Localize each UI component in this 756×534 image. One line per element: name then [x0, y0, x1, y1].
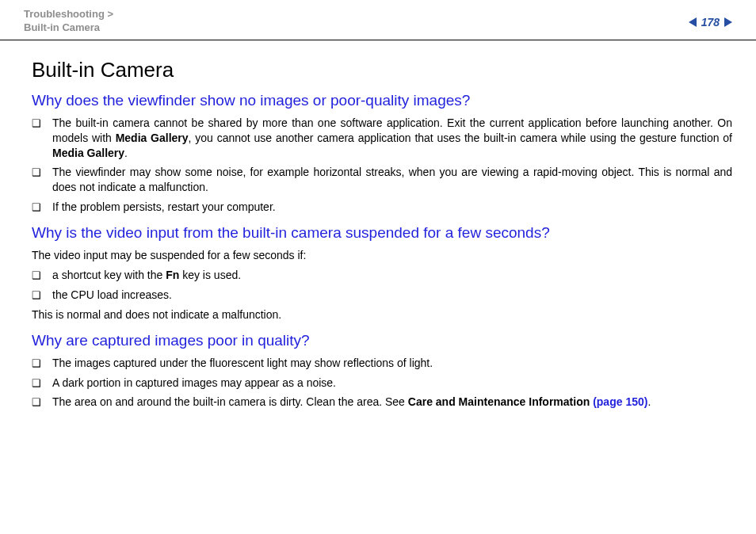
breadcrumb-section: Troubleshooting	[24, 8, 105, 20]
breadcrumb: Troubleshooting > Built-in Camera	[24, 8, 113, 35]
list-item: ❑ a shortcut key with the Fn key is used…	[32, 268, 732, 283]
bullet-icon: ❑	[32, 357, 41, 371]
list-item: ❑ The viewfinder may show some noise, fo…	[32, 165, 732, 195]
bullet-list: ❑ The images captured under the fluoresc…	[32, 356, 732, 410]
list-item: ❑ the CPU load increases.	[32, 288, 732, 303]
bullet-icon: ❑	[32, 116, 41, 131]
bullet-icon: ❑	[32, 200, 41, 215]
bullet-list: ❑ a shortcut key with the Fn key is used…	[32, 268, 732, 303]
paragraph: The video input may be suspended for a f…	[32, 248, 732, 263]
list-item-text: The built-in camera cannot be shared by …	[52, 116, 732, 161]
list-item-text: If the problem persists, restart your co…	[52, 200, 732, 215]
list-item-text: A dark portion in captured images may ap…	[52, 376, 732, 391]
list-item-text: a shortcut key with the Fn key is used.	[52, 268, 732, 283]
prev-page-icon[interactable]	[689, 17, 697, 27]
bullet-icon: ❑	[32, 376, 41, 391]
bullet-icon: ❑	[32, 166, 41, 180]
list-item: ❑ If the problem persists, restart your …	[32, 200, 732, 215]
content: Built-in Camera Why does the viewfinder …	[0, 40, 756, 410]
list-item: ❑ The built-in camera cannot be shared b…	[32, 116, 732, 161]
pager: 178	[689, 8, 732, 29]
bullet-icon: ❑	[32, 395, 41, 410]
bullet-list: ❑ The built-in camera cannot be shared b…	[32, 116, 732, 215]
bullet-icon: ❑	[32, 288, 41, 303]
breadcrumb-page: Built-in Camera	[24, 21, 100, 33]
question-heading: Why are captured images poor in quality?	[32, 332, 732, 349]
page-link[interactable]: (page 150)	[590, 395, 647, 408]
paragraph: This is normal and does not indicate a m…	[32, 307, 732, 322]
list-item-text: The area on and around the built-in came…	[52, 395, 732, 410]
bullet-icon: ❑	[32, 269, 41, 283]
list-item: ❑ A dark portion in captured images may …	[32, 376, 732, 391]
page-header: Troubleshooting > Built-in Camera 178	[0, 0, 756, 40]
list-item-text: the CPU load increases.	[52, 288, 732, 303]
list-item-text: The viewfinder may show some noise, for …	[52, 165, 732, 195]
page-number: 178	[701, 16, 720, 29]
question-heading: Why does the viewfinder show no images o…	[32, 92, 732, 109]
page-title: Built-in Camera	[32, 58, 732, 82]
list-item-text: The images captured under the fluorescen…	[52, 356, 732, 371]
breadcrumb-sep: >	[107, 8, 113, 20]
question-heading: Why is the video input from the built-in…	[32, 224, 732, 242]
next-page-icon[interactable]	[724, 17, 732, 27]
list-item: ❑ The area on and around the built-in ca…	[32, 395, 732, 410]
list-item: ❑ The images captured under the fluoresc…	[32, 356, 732, 371]
